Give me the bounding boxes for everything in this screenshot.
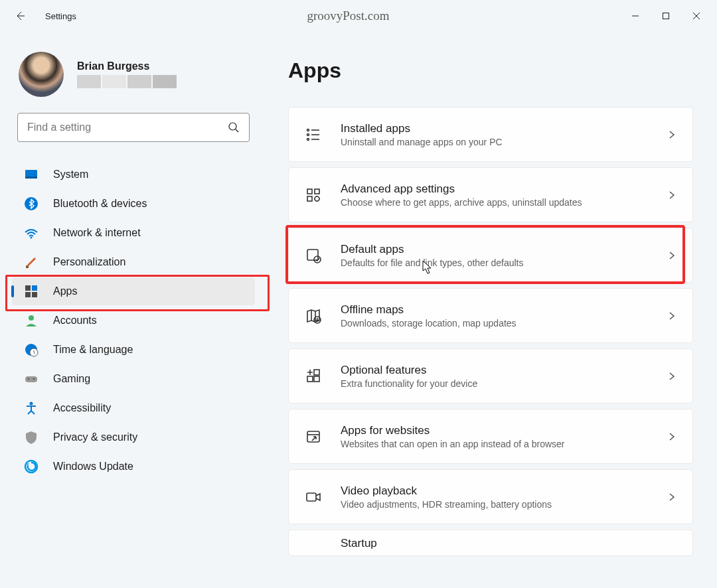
sidebar-item-accounts[interactable]: Accounts (12, 307, 255, 334)
brush-icon (24, 255, 39, 269)
svg-point-5 (31, 237, 33, 239)
sidebar-item-label: Personalization (53, 256, 125, 268)
sidebar-item-label: Network & internet (53, 227, 141, 239)
map-download-icon (305, 307, 322, 325)
sidebar-item-label: Windows Update (53, 461, 133, 473)
sidebar-item-label: Bluetooth & devices (53, 198, 147, 210)
sidebar-item-label: Time & language (53, 344, 133, 356)
chevron-right-icon (667, 311, 677, 321)
svg-rect-0 (663, 13, 669, 19)
window-title: Settings (45, 11, 76, 21)
svg-point-25 (315, 196, 319, 201)
svg-rect-24 (307, 196, 312, 201)
card-title: Default apps (341, 243, 649, 256)
update-icon (24, 459, 39, 474)
sidebar-item-privacy[interactable]: Privacy & security (12, 423, 255, 451)
card-installed-apps[interactable]: Installed apps Uninstall and manage apps… (288, 107, 693, 162)
card-subtitle: Video adjustments, HDR streaming, batter… (341, 499, 649, 510)
profile-block[interactable]: Brian Burgess (12, 52, 255, 113)
search-box[interactable] (17, 113, 250, 142)
svg-rect-26 (307, 250, 318, 260)
svg-point-11 (29, 315, 34, 321)
app-check-icon (305, 247, 322, 264)
back-button[interactable] (13, 9, 27, 23)
card-subtitle: Defaults for file and link types, other … (341, 257, 649, 268)
sidebar-item-label: Apps (53, 285, 77, 297)
svg-rect-6 (26, 265, 29, 268)
sidebar-item-update[interactable]: Windows Update (12, 453, 255, 480)
maximize-button[interactable] (651, 5, 681, 27)
card-title: Installed apps (341, 122, 649, 135)
chevron-right-icon (667, 492, 677, 502)
window-arrow-icon (305, 428, 322, 445)
sidebar-item-apps[interactable]: Apps (12, 277, 255, 305)
card-offline-maps[interactable]: Offline maps Downloads, storage location… (288, 288, 693, 343)
svg-point-17 (30, 402, 33, 405)
search-icon (228, 121, 240, 133)
card-title: Advanced app settings (341, 183, 649, 196)
card-subtitle: Choose where to get apps, archive apps, … (341, 197, 649, 208)
sidebar-item-label: Gaming (53, 373, 90, 385)
card-title: Startup (341, 537, 677, 550)
page-title: Apps (288, 58, 693, 83)
sidebar-item-accessibility[interactable]: Accessibility (12, 394, 255, 422)
sidebar-item-time[interactable]: Time & language (12, 336, 255, 364)
selection-indicator (11, 285, 14, 297)
maximize-icon (662, 12, 670, 20)
card-default-apps[interactable]: Default apps Defaults for file and link … (288, 228, 693, 283)
accessibility-icon (24, 401, 39, 415)
bluetooth-icon (24, 196, 39, 211)
apps-icon (24, 284, 39, 299)
svg-point-20 (307, 133, 309, 135)
svg-rect-23 (315, 189, 319, 194)
sidebar-item-label: Privacy & security (53, 431, 137, 443)
close-icon (692, 12, 700, 20)
svg-point-1 (229, 123, 236, 130)
grid-plus-icon (305, 368, 322, 385)
avatar (19, 52, 64, 97)
chevron-right-icon (667, 372, 677, 381)
card-title: Video playback (341, 484, 649, 498)
svg-point-16 (33, 378, 35, 380)
card-title: Apps for websites (341, 424, 649, 437)
svg-rect-22 (307, 189, 312, 194)
svg-rect-33 (307, 493, 316, 501)
grid-gear-icon (305, 186, 322, 204)
card-video-playback[interactable]: Video playback Video adjustments, HDR st… (288, 469, 693, 524)
sidebar-item-gaming[interactable]: Gaming (12, 365, 255, 393)
sidebar-item-label: Accounts (53, 315, 97, 327)
svg-rect-31 (314, 370, 319, 375)
card-subtitle: Extra functionality for your device (341, 378, 649, 389)
chevron-right-icon (667, 432, 677, 441)
card-title: Optional features (341, 364, 649, 377)
startup-icon (305, 537, 322, 554)
card-optional-features[interactable]: Optional features Extra functionality fo… (288, 348, 693, 404)
card-advanced-app-settings[interactable]: Advanced app settings Choose where to ge… (288, 167, 693, 222)
svg-rect-8 (32, 285, 37, 291)
watermark: groovyPost.com (307, 9, 389, 23)
sidebar-item-label: Accessibility (53, 402, 111, 414)
card-startup-partial[interactable]: Startup (288, 530, 693, 556)
globe-clock-icon (24, 342, 39, 357)
minimize-icon (631, 12, 639, 20)
search-input[interactable] (27, 121, 228, 133)
wifi-icon (24, 226, 39, 240)
sidebar-item-system[interactable]: System (12, 161, 255, 188)
svg-point-19 (307, 129, 309, 131)
sidebar-item-personalization[interactable]: Personalization (12, 248, 255, 276)
profile-email-redacted (77, 75, 177, 88)
card-apps-for-websites[interactable]: Apps for websites Websites that can open… (288, 409, 693, 464)
list-icon (305, 126, 322, 143)
svg-rect-10 (32, 292, 37, 297)
svg-rect-9 (25, 292, 31, 297)
sidebar-item-bluetooth[interactable]: Bluetooth & devices (12, 190, 255, 218)
svg-rect-29 (307, 376, 313, 382)
chevron-right-icon (667, 130, 677, 139)
svg-point-15 (28, 378, 29, 380)
chevron-right-icon (667, 190, 677, 200)
sidebar-item-network[interactable]: Network & internet (12, 219, 255, 247)
minimize-button[interactable] (620, 5, 651, 27)
close-button[interactable] (681, 5, 712, 27)
svg-rect-3 (25, 177, 37, 179)
svg-rect-14 (25, 376, 37, 382)
